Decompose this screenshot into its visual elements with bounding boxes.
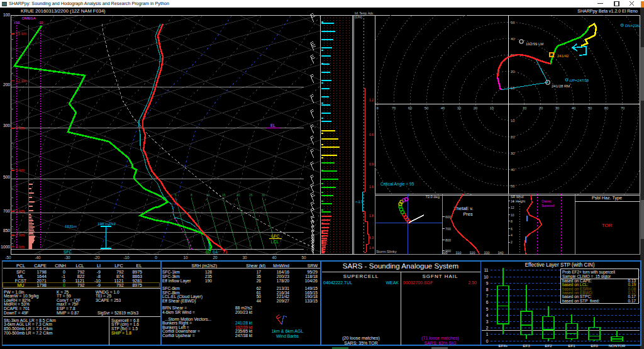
svg-text:SGFNT HAIL: SGFNT HAIL [423, 274, 458, 279]
svg-text:300: 300 [442, 251, 448, 255]
svg-text:118/18: 118/18 [305, 274, 318, 279]
svg-text:70: 70 [392, 106, 396, 110]
svg-text:100: 100 [3, 13, 10, 17]
svg-text:26: 26 [257, 279, 262, 283]
svg-text:9 km: 9 km [16, 126, 25, 130]
svg-text:40: 40 [511, 168, 514, 172]
svg-text:15: 15 [222, 193, 226, 197]
svg-text:-30: -30 [64, 255, 70, 260]
svg-text:50: 50 [301, 255, 306, 260]
svg-text:NONTOR: NONTOR [609, 343, 626, 348]
svg-text:60: 60 [408, 106, 412, 110]
svg-text:SARS - Sounding Analogue Syste: SARS - Sounding Analogue System [343, 262, 458, 270]
svg-text:Effective Layer STP (with CIN): Effective Layer STP (with CIN) [525, 262, 595, 268]
svg-text:Psbl Haz. Type: Psbl Haz. Type [592, 195, 622, 201]
svg-text:1.6: 1.6 [369, 185, 374, 189]
svg-text:17: 17 [257, 270, 262, 274]
svg-text:EF3: EF3 [523, 343, 530, 348]
svg-text:200/23: 200/23 [277, 274, 290, 279]
svg-text:Eff Shear (EBWD): Eff Shear (EBWD) [162, 299, 196, 304]
svg-text:20: 20 [474, 106, 477, 110]
svg-text:50: 50 [425, 106, 428, 110]
svg-text:178/20: 178/20 [277, 279, 290, 283]
svg-text:190: 190 [205, 279, 212, 283]
svg-text:6: 6 [486, 300, 489, 304]
svg-text:Classic: Classic [541, 199, 552, 203]
svg-text:20: 20 [539, 106, 543, 110]
svg-text:3: 3 [486, 319, 489, 324]
svg-text:30: 30 [511, 152, 514, 155]
svg-text:SHARPpy Beta v1.2.0 El Reno: SHARPpy Beta v1.2.0 El Reno [577, 9, 638, 14]
svg-text:Storm Slinky: Storm Slinky [376, 250, 397, 253]
svg-text:30: 30 [555, 106, 559, 110]
svg-text:1121: 1121 [75, 279, 84, 283]
svg-text:10: 10 [523, 106, 526, 110]
svg-text:2071: 2071 [36, 279, 47, 283]
svg-text:1km & 6km AGL: 1km & 6km AGL [272, 329, 304, 333]
svg-text:CINH: CINH [55, 263, 66, 269]
svg-text:50: 50 [588, 106, 592, 110]
svg-text:LCL: LCL [75, 263, 84, 269]
svg-text:ML: ML [18, 274, 24, 279]
svg-text:EF1: EF1 [568, 343, 575, 348]
svg-text:Supercell: Supercell [541, 204, 555, 208]
svg-text:10: 10 [490, 106, 494, 110]
svg-text:-1: -1 [62, 274, 65, 279]
svg-text:SARS: 35% TOR: SARS: 35% TOR [344, 341, 377, 345]
svg-text:874: 874 [116, 274, 124, 279]
svg-text:04042222.TUL: 04042222.TUL [323, 280, 352, 285]
svg-text:Corfidi Upshear =: Corfidi Upshear = [162, 333, 195, 338]
svg-text:1644: 1644 [36, 274, 47, 279]
svg-text:192/39 LM: 192/39 LM [526, 42, 543, 46]
svg-text:EF4+: EF4+ [499, 343, 508, 348]
svg-text:6: 6 [511, 227, 513, 231]
svg-text:1631m: 1631m [65, 224, 77, 228]
svg-text:0: 0 [63, 270, 65, 274]
svg-text:792: 792 [77, 270, 85, 274]
svg-text:300: 300 [3, 123, 10, 128]
svg-text:SFC: SFC [64, 250, 72, 254]
svg-text:-8: -8 [97, 274, 101, 279]
svg-text:2: 2 [511, 240, 513, 244]
svg-text:<-1.7: <-1.7 [355, 200, 363, 204]
svg-text:792: 792 [116, 283, 124, 287]
svg-text:1000: 1000 [1, 245, 10, 249]
svg-text:EL: EL [136, 263, 142, 269]
svg-text:70: 70 [621, 106, 625, 110]
svg-text:SUPERCELL: SUPERCELL [343, 274, 379, 279]
svg-text:0: 0 [63, 283, 65, 287]
svg-text:104/26: 104/26 [305, 279, 318, 283]
svg-text:30: 30 [457, 106, 461, 110]
svg-text:12: 12 [511, 206, 514, 209]
svg-text:1 km: 1 km [16, 233, 25, 237]
svg-text:5: 5 [486, 307, 489, 311]
svg-text:LFC: LFC [114, 263, 123, 269]
svg-text:v. Height: v. Height [513, 199, 526, 203]
svg-text:Eff Inflow Layer: Eff Inflow Layer [162, 279, 191, 284]
svg-text:8975: 8975 [132, 283, 142, 287]
svg-text:792: 792 [77, 283, 85, 287]
svg-text:Critical Angle = 95: Critical Angle = 95 [380, 182, 414, 187]
svg-text:PCL: PCL [16, 263, 25, 269]
svg-text:800: 800 [445, 238, 451, 242]
svg-text:Pres: Pres [463, 211, 473, 217]
svg-text:700-500mb LR = 7.2 C/km: 700-500mb LR = 7.2 C/km [4, 331, 53, 335]
svg-text:LFC: LFC [272, 234, 280, 238]
svg-text:60: 60 [206, 250, 211, 254]
svg-text:20: 20 [511, 135, 514, 139]
svg-text:1121: 1121 [114, 279, 124, 283]
svg-text:700: 700 [3, 209, 10, 213]
svg-text:330: 330 [484, 251, 490, 255]
svg-text:Inf. Temp. Adv.: Inf. Temp. Adv. [355, 12, 374, 15]
svg-text:235: 235 [205, 274, 212, 279]
svg-text:72.0 deg: 72.0 deg [425, 195, 440, 199]
svg-text:-9: -9 [97, 270, 101, 274]
svg-text:1.8: 1.8 [369, 214, 374, 218]
svg-text:792: 792 [116, 270, 124, 274]
svg-text:1.4: 1.4 [369, 246, 374, 250]
svg-text:0: 0 [155, 255, 157, 260]
svg-text:40: 40 [572, 106, 575, 110]
svg-text:DownT = 49F: DownT = 49F [4, 311, 29, 315]
svg-text:EF0: EF0 [591, 343, 598, 348]
svg-text:44: 44 [257, 299, 262, 303]
